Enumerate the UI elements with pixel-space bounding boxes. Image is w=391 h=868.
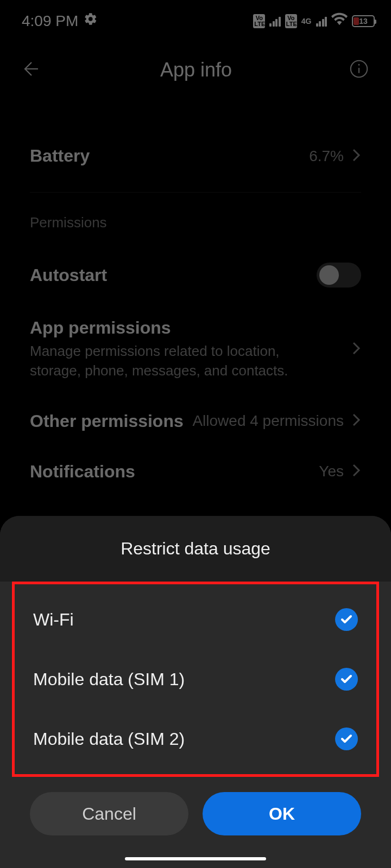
- dialog-buttons: Cancel OK: [0, 777, 391, 835]
- option-sim2-label: Mobile data (SIM 2): [33, 729, 185, 749]
- battery-icon: 13: [352, 15, 375, 27]
- gear-icon: [84, 12, 98, 30]
- option-sim2[interactable]: Mobile data (SIM 2): [15, 709, 376, 769]
- checkmark-icon: [335, 727, 358, 750]
- status-time: 4:09 PM: [22, 12, 78, 30]
- option-wifi-label: Wi-Fi: [33, 610, 74, 630]
- wifi-icon: [331, 11, 348, 31]
- svg-point-2: [358, 64, 360, 66]
- checkmark-icon: [335, 668, 358, 691]
- network-4g-label: 4G: [301, 17, 312, 25]
- row-app-permissions[interactable]: App permissions Manage permissions relat…: [30, 303, 361, 396]
- chevron-right-icon: [344, 341, 361, 358]
- signal-icon-2: [316, 16, 327, 27]
- page-title: App info: [160, 59, 232, 81]
- option-sim1[interactable]: Mobile data (SIM 1): [15, 649, 376, 709]
- row-battery-value: 6.7%: [309, 148, 344, 165]
- row-notifications[interactable]: Notifications Yes: [30, 446, 361, 497]
- info-button[interactable]: [349, 59, 369, 81]
- row-autostart[interactable]: Autostart: [30, 247, 361, 303]
- chevron-right-icon: [344, 412, 361, 430]
- option-wifi[interactable]: Wi-Fi: [15, 590, 376, 649]
- volte-badge-1: VoLTE: [253, 14, 265, 28]
- row-notifications-title: Notifications: [30, 462, 135, 482]
- row-battery-title: Battery: [30, 146, 90, 166]
- row-other-permissions[interactable]: Other permissions Allowed 4 permissions: [30, 396, 361, 446]
- settings-list: Battery 6.7% Permissions Autostart App p…: [0, 98, 391, 586]
- status-bar: 4:09 PM VoLTE VoLTE 4G 13: [0, 0, 391, 42]
- home-indicator[interactable]: [125, 857, 266, 860]
- status-left: 4:09 PM: [22, 12, 98, 30]
- cancel-button[interactable]: Cancel: [30, 792, 188, 835]
- row-app-permissions-title: App permissions: [30, 318, 333, 338]
- chevron-right-icon: [344, 463, 361, 480]
- row-other-permissions-title: Other permissions: [30, 411, 184, 431]
- signal-icon-1: [269, 16, 281, 27]
- checkmark-icon: [335, 608, 358, 631]
- dialog-options-highlight: Wi-Fi Mobile data (SIM 1) Mobile data (S…: [12, 582, 379, 777]
- autostart-toggle[interactable]: [317, 263, 361, 288]
- volte-badge-2: VoLTE: [285, 14, 297, 28]
- page-header: App info: [0, 42, 391, 98]
- back-button[interactable]: [22, 58, 43, 82]
- option-sim1-label: Mobile data (SIM 1): [33, 669, 185, 690]
- row-battery[interactable]: Battery 6.7%: [30, 131, 361, 181]
- row-notifications-value: Yes: [319, 463, 344, 480]
- dialog-title: Restrict data usage: [0, 516, 391, 582]
- section-permissions: Permissions: [30, 209, 361, 247]
- divider: [30, 192, 361, 193]
- chevron-right-icon: [344, 148, 361, 165]
- row-app-permissions-subtitle: Manage permissions related to location, …: [30, 341, 333, 381]
- row-autostart-title: Autostart: [30, 265, 107, 285]
- status-right: VoLTE VoLTE 4G 13: [253, 11, 375, 31]
- ok-button[interactable]: OK: [203, 792, 361, 835]
- restrict-data-dialog: Restrict data usage Wi-Fi Mobile data (S…: [0, 516, 391, 868]
- row-other-permissions-value: Allowed 4 permissions: [192, 412, 344, 430]
